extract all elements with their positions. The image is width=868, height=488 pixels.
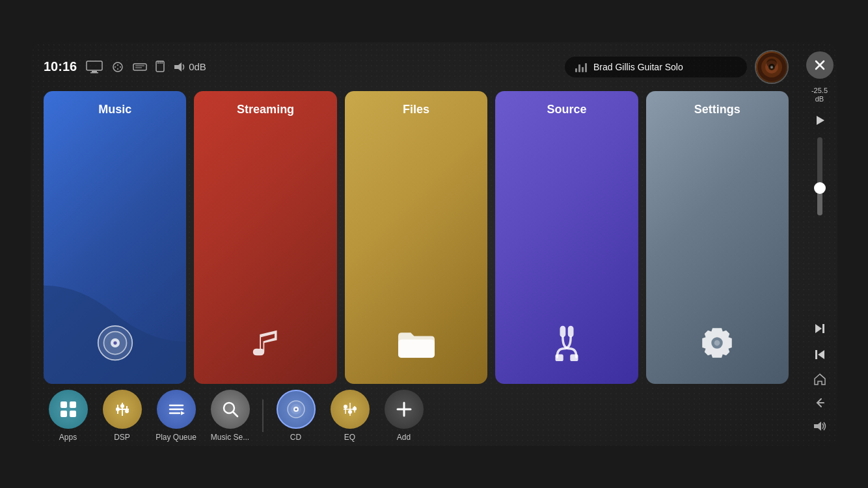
home-button[interactable] xyxy=(809,369,830,390)
tile-source[interactable]: Source xyxy=(495,91,638,384)
svg-marker-70 xyxy=(814,422,821,431)
svg-point-4 xyxy=(115,66,116,68)
svg-marker-68 xyxy=(818,350,824,359)
playqueue-label: Play Queue xyxy=(156,433,197,442)
volume-slider[interactable] xyxy=(813,137,826,312)
svg-line-49 xyxy=(233,412,237,416)
svg-rect-30 xyxy=(570,355,578,362)
play-button[interactable] xyxy=(809,110,830,131)
svg-point-6 xyxy=(120,66,121,68)
volume-label: 0dB xyxy=(173,61,206,73)
svg-rect-0 xyxy=(87,61,102,70)
svg-rect-33 xyxy=(61,401,67,408)
volume-slider-track xyxy=(817,137,822,215)
btn-dsp[interactable]: DSP xyxy=(98,390,146,442)
svg-point-32 xyxy=(714,340,720,346)
now-playing-text: Brad Gillis Guitar Solo xyxy=(593,62,683,72)
eq-circle xyxy=(331,390,370,429)
tile-files[interactable]: Files xyxy=(345,91,487,384)
header-right: Brad Gillis Guitar Solo xyxy=(565,50,789,84)
tile-files-label: Files xyxy=(403,103,429,116)
svg-point-5 xyxy=(117,64,118,66)
svg-point-43 xyxy=(125,409,129,413)
now-playing-bar[interactable]: Brad Gillis Guitar Solo xyxy=(565,57,747,77)
svg-point-21 xyxy=(766,59,777,68)
sd-icon xyxy=(155,61,165,74)
svg-point-58 xyxy=(344,405,347,409)
btn-cd[interactable]: CD xyxy=(271,390,320,442)
playqueue-circle xyxy=(157,390,196,429)
svg-rect-34 xyxy=(70,401,76,408)
apps-circle xyxy=(49,390,88,429)
tile-source-label: Source xyxy=(547,103,586,116)
btn-eq[interactable]: EQ xyxy=(325,390,374,442)
clock: 10:16 xyxy=(44,59,77,74)
volume-slider-thumb[interactable] xyxy=(814,182,826,194)
svg-point-60 xyxy=(353,407,357,411)
gamepad-icon xyxy=(111,62,125,72)
tile-streaming[interactable]: Streaming xyxy=(194,91,336,384)
network-icon xyxy=(133,61,147,73)
volume-display: -25.5 dB xyxy=(811,87,828,103)
btn-add[interactable]: Add xyxy=(379,390,428,442)
svg-marker-66 xyxy=(815,324,822,333)
svg-point-53 xyxy=(295,408,297,410)
svg-point-42 xyxy=(120,404,124,408)
svg-rect-8 xyxy=(133,64,146,70)
musicse-label: Music Se... xyxy=(211,433,249,442)
volume-icon[interactable] xyxy=(809,416,830,437)
back-button[interactable] xyxy=(809,392,830,413)
cable-icon xyxy=(544,320,590,366)
svg-point-7 xyxy=(117,68,118,70)
music-disc-icon xyxy=(92,320,138,366)
btn-musicse[interactable]: Music Se... xyxy=(206,390,254,442)
music-note-icon xyxy=(243,320,288,366)
volume-slider-fill xyxy=(817,192,822,215)
right-sidebar: -25.5 dB xyxy=(802,42,837,446)
tile-settings[interactable]: Settings xyxy=(646,91,789,384)
btn-playqueue[interactable]: Play Queue xyxy=(152,390,200,442)
content-area: 10:16 xyxy=(31,42,802,446)
cd-circle xyxy=(277,390,316,429)
svg-rect-27 xyxy=(560,326,565,338)
svg-point-59 xyxy=(348,410,352,414)
svg-rect-35 xyxy=(61,411,67,417)
svg-marker-65 xyxy=(817,116,824,125)
svg-rect-67 xyxy=(822,324,824,333)
svg-rect-1 xyxy=(92,71,97,72)
header: 10:16 xyxy=(31,42,802,91)
tile-streaming-label: Streaming xyxy=(237,103,294,116)
add-circle xyxy=(385,390,424,429)
tile-settings-label: Settings xyxy=(694,103,740,116)
album-art[interactable] xyxy=(755,50,789,84)
main-window: 10:16 xyxy=(31,42,837,446)
svg-point-41 xyxy=(116,407,120,411)
bottom-bar: Apps DSP xyxy=(31,384,802,446)
next-button[interactable] xyxy=(809,318,830,339)
header-left: 10:16 xyxy=(44,59,554,74)
svg-rect-2 xyxy=(90,72,98,74)
add-label: Add xyxy=(397,433,411,442)
prev-button[interactable] xyxy=(809,344,830,365)
svg-rect-36 xyxy=(70,411,76,417)
equalizer-icon xyxy=(575,62,587,72)
tiles-grid: Music Streaming Files xyxy=(31,91,802,384)
header-icons: 0dB xyxy=(86,61,206,74)
svg-rect-28 xyxy=(568,326,574,338)
svg-marker-47 xyxy=(181,411,185,415)
dsp-label: DSP xyxy=(114,433,130,442)
svg-point-25 xyxy=(113,341,116,344)
svg-marker-15 xyxy=(174,62,182,72)
tile-music[interactable]: Music xyxy=(44,91,186,384)
dsp-circle xyxy=(103,390,142,429)
folder-icon xyxy=(394,320,439,366)
tile-music-label: Music xyxy=(98,103,131,116)
bottom-divider xyxy=(262,400,264,432)
apps-label: Apps xyxy=(59,433,77,442)
cd-label: CD xyxy=(290,433,301,442)
svg-rect-26 xyxy=(398,340,435,358)
close-button[interactable] xyxy=(806,51,834,79)
btn-apps[interactable]: Apps xyxy=(44,390,92,442)
musicse-circle xyxy=(211,390,250,429)
album-art-image xyxy=(756,51,787,83)
